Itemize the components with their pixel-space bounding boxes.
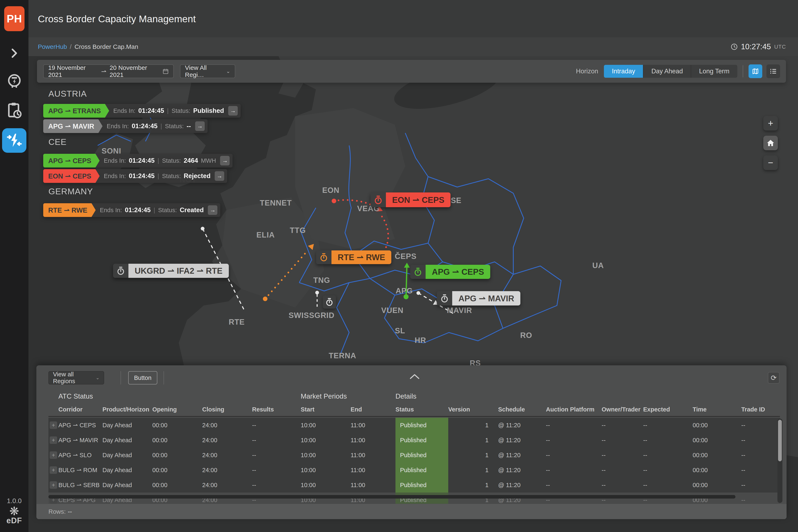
table-row[interactable]: + BULG ⇀ ROM Day Ahead 00:00 24:00 -- 10… xyxy=(49,462,780,478)
map-badge-apg-ceps[interactable]: APG ⇀ CEPS xyxy=(410,265,490,279)
col-status: Status xyxy=(396,406,448,413)
sidebar-item-cross-border[interactable] xyxy=(2,128,26,153)
goto-arrow-button[interactable]: → xyxy=(228,106,238,116)
status-value: 2464 xyxy=(184,157,198,164)
panel-toolbar: View all Regions ⌄ Button ⟳ xyxy=(36,365,786,392)
corridor-tag: EON ⇀ CEPS xyxy=(43,169,99,183)
expand-row-button[interactable]: + xyxy=(50,466,57,474)
ends-in-label: Ends In: xyxy=(100,207,122,214)
expand-row-button[interactable]: + xyxy=(50,421,57,429)
goto-arrow-button[interactable]: → xyxy=(220,156,230,166)
ends-in-value: 01:24:45 xyxy=(138,107,164,114)
corridor-row-eon-ceps[interactable]: EON ⇀ CEPS Ends In:01:24:45 | Status:Rej… xyxy=(43,169,227,183)
chevron-right-icon xyxy=(10,48,19,59)
corridor-row-apg-ceps[interactable]: APG ⇀ CEPS Ends In:01:24:45 | Status:246… xyxy=(43,154,232,168)
cell-time: 00:00 xyxy=(692,437,741,444)
cell-closing: 24:00 xyxy=(202,422,252,429)
cell-start: 10:00 xyxy=(301,467,350,474)
horizon-tab-long-term[interactable]: Long Term xyxy=(691,65,737,78)
map-label-hr: HR xyxy=(415,336,426,345)
map-home-button[interactable] xyxy=(763,136,778,150)
cell-schedule: @ 11:20 xyxy=(498,452,546,459)
map-view-button[interactable] xyxy=(748,64,762,78)
horizontal-scrollbar-thumb[interactable] xyxy=(49,495,736,498)
cell-schedule: @ 11:20 xyxy=(498,482,546,489)
vertical-scrollbar-thumb[interactable] xyxy=(778,420,782,461)
expand-sidebar-button[interactable] xyxy=(0,48,28,59)
list-view-button[interactable] xyxy=(766,64,780,78)
map-badge-rte-rwe[interactable]: RTE ⇀ RWE xyxy=(316,250,391,264)
timer-chip[interactable] xyxy=(323,295,336,309)
cell-expected: -- xyxy=(643,467,692,474)
cell-results: -- xyxy=(252,467,301,474)
map-label-elia: ELIA xyxy=(256,231,275,240)
map-badge-ukgrd-ifa2-rte[interactable]: UKGRD ⇀ IFA2 ⇀ RTE xyxy=(113,264,229,278)
horizon-tab-day-ahead[interactable]: Day Ahead xyxy=(643,65,691,78)
breadcrumb-link-powerhub[interactable]: PowerHub xyxy=(38,43,67,50)
ends-in-value: 01:24:45 xyxy=(129,172,155,180)
map-zoom-in-button[interactable]: + xyxy=(763,116,778,131)
clipboard-clock-icon xyxy=(6,101,23,119)
cell-trade-id: -- xyxy=(741,467,780,474)
timer-icon xyxy=(410,265,425,279)
map-label-apg: APG xyxy=(396,287,413,295)
table-row[interactable]: + APG ⇀ SLO Day Ahead 00:00 24:00 -- 10:… xyxy=(49,448,780,462)
panel-region-filter-value: View all Regions xyxy=(53,371,96,385)
cell-product: Day Ahead xyxy=(102,482,152,489)
goto-arrow-button[interactable]: → xyxy=(208,205,217,215)
cell-closing: 24:00 xyxy=(202,467,252,474)
panel-divider xyxy=(120,371,121,384)
table-row[interactable]: + APG ⇀ CEPS Day Ahead 00:00 24:00 -- 10… xyxy=(49,418,780,433)
map-badge-apg-mavir[interactable]: APG ⇀ MAVIR xyxy=(437,291,520,305)
cell-opening: 00:00 xyxy=(152,467,202,474)
column-groups: ATC Status Market Periods Details xyxy=(49,390,780,403)
status-value: Rejected xyxy=(184,172,210,180)
map-label-mavir: MAVIR xyxy=(447,306,472,315)
goto-arrow-button[interactable]: → xyxy=(215,171,224,181)
expand-row-button[interactable]: + xyxy=(50,481,57,489)
cell-corridor: APG ⇀ SLO xyxy=(58,452,102,459)
breadcrumb-bar: PowerHub / Cross Border Cap.Man 10:27:45… xyxy=(28,37,798,56)
sidebar-item-meter[interactable] xyxy=(0,73,28,90)
status-label: Status: xyxy=(158,207,177,214)
table-row[interactable]: + BULG ⇀ SERB Day Ahead 00:00 24:00 -- 1… xyxy=(49,478,780,493)
goto-arrow-button[interactable]: → xyxy=(195,121,205,131)
panel-region-filter-select[interactable]: View all Regions ⌄ xyxy=(49,371,104,384)
table-row[interactable]: + APG ⇀ MAVIR Day Ahead 00:00 24:00 -- 1… xyxy=(49,433,780,448)
region-filter-select[interactable]: View All Regi… ⌄ xyxy=(180,64,235,78)
map-label-terna: TERNA xyxy=(329,352,356,360)
cell-trade-id: -- xyxy=(741,422,780,429)
cell-status: Published xyxy=(396,418,448,433)
map-icon xyxy=(752,68,759,75)
status-unit: MWH xyxy=(201,157,216,164)
collapse-panel-button[interactable] xyxy=(408,373,421,381)
corridor-row-apg-mavir[interactable]: APG ⇀ MAVIR Ends In:01:24:45 | Status:--… xyxy=(43,119,208,133)
sidebar-item-schedule[interactable] xyxy=(0,101,28,119)
cell-trade-id: -- xyxy=(741,497,780,504)
status-label: Status: xyxy=(165,123,184,130)
horizon-tab-intraday[interactable]: Intraday xyxy=(604,65,643,78)
corridor-row-apg-etrans[interactable]: APG ⇀ ETRANS Ends In:01:24:45 | Status:P… xyxy=(43,104,241,118)
cell-start: 10:00 xyxy=(301,437,350,444)
status-label: Status: xyxy=(162,173,181,179)
map-zoom-out-button[interactable]: − xyxy=(763,155,778,170)
rows-value: -- xyxy=(68,508,72,515)
date-range-picker[interactable]: 19 November 2021 ⇀ 20 November 2021 xyxy=(43,64,174,78)
cell-version: 1 xyxy=(448,482,498,489)
atc-status-panel: View all Regions ⌄ Button ⟳ ATC Status M… xyxy=(36,365,786,519)
col-results: Results xyxy=(252,406,301,413)
cell-auction-platform: -- xyxy=(546,482,602,489)
corridor-label: APG ⇀ CEPS xyxy=(425,265,490,279)
cell-results: -- xyxy=(252,437,301,444)
expand-row-button[interactable]: + xyxy=(50,451,57,459)
cell-corridor: APG ⇀ MAVIR xyxy=(58,437,102,444)
map-badge-eon-ceps[interactable]: EON ⇀ CEPS xyxy=(370,192,451,207)
expand-row-button[interactable]: + xyxy=(50,436,57,444)
plus-icon: + xyxy=(768,118,773,129)
cell-time: 00:00 xyxy=(692,422,741,429)
panel-action-button[interactable]: Button xyxy=(128,371,157,384)
corridor-row-rte-rwe[interactable]: RTE ⇀ RWE Ends In:01:24:45 | Status:Crea… xyxy=(43,203,220,217)
app-logo[interactable]: PH xyxy=(4,6,24,31)
group-details: Details xyxy=(396,392,780,400)
refresh-button[interactable]: ⟳ xyxy=(768,372,779,384)
